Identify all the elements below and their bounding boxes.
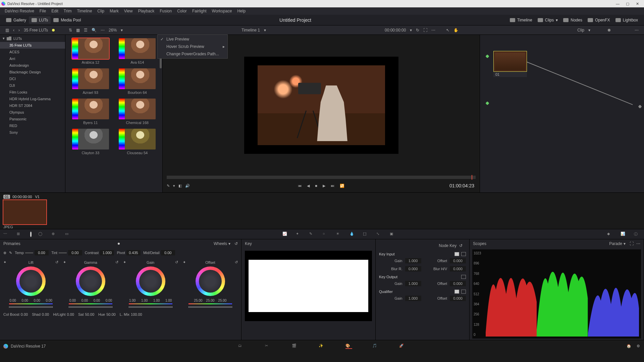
lut-tree-item[interactable]: Film Looks	[0, 89, 65, 96]
node[interactable]: 01	[493, 51, 527, 77]
sidebar-toggle-icon[interactable]: ▥	[3, 28, 11, 33]
nodes-options-icon[interactable]: ⋯	[633, 28, 641, 33]
clips-button[interactable]: Clips▾	[535, 16, 561, 24]
key-gain3[interactable]: 1.000	[405, 296, 421, 301]
chevron-down-icon[interactable]: ▾	[262, 28, 268, 33]
sat-value[interactable]: 50.00	[85, 312, 94, 316]
wheel-value[interactable]: 1.00	[152, 299, 162, 302]
hilight-value[interactable]: 0.00	[67, 312, 74, 316]
lut-item[interactable]: Arabica 12	[70, 38, 111, 64]
clip-dropdown[interactable]: Clip	[575, 28, 586, 33]
chevron-down-icon[interactable]: ▾	[228, 241, 230, 246]
prev-frame-button[interactable]: ◀	[307, 184, 310, 188]
blur-icon[interactable]: 💧	[350, 232, 356, 237]
grid-view-icon[interactable]: ▦	[74, 28, 82, 33]
key-gain1[interactable]: 1.000	[405, 258, 421, 263]
lut-tree-item[interactable]: 35 Free LUTs	[0, 42, 65, 49]
key-blurr[interactable]: 0.000	[405, 266, 421, 272]
viewer-scrubber[interactable]	[167, 176, 476, 179]
key-offset2[interactable]: 0.000	[450, 281, 466, 286]
middetail-value[interactable]: 0.00	[161, 250, 175, 255]
wheel-value[interactable]: 25.00	[205, 299, 215, 302]
viewer-options-icon[interactable]: ⋯	[429, 28, 437, 33]
target-icon[interactable]: ✦	[183, 260, 186, 264]
menu-hover-scrub[interactable]: Hover Scrub Preview▸	[158, 43, 227, 50]
chevron-down-icon[interactable]: ▾	[173, 184, 175, 188]
openfx-button[interactable]: OpenFX	[585, 16, 613, 24]
curves2-icon[interactable]: 📈	[282, 232, 289, 237]
chevron-down-icon[interactable]: ▾	[586, 28, 592, 33]
lut-tree-item[interactable]: ACES	[0, 49, 65, 55]
menu-change-path[interactable]: Change PowerGrades Path...	[158, 50, 227, 58]
3d-icon[interactable]: ▣	[390, 232, 396, 237]
wipe-icon[interactable]: ◧	[178, 184, 182, 188]
fusion-page-icon[interactable]: ✨	[319, 344, 325, 349]
target-icon[interactable]: ✦	[63, 260, 66, 264]
reset-icon[interactable]: ↺	[175, 260, 178, 264]
timeline-name[interactable]: Timeline 1	[239, 28, 262, 33]
media-pool-button[interactable]: Media Pool	[51, 16, 84, 24]
lut-tree-item[interactable]: DCI	[0, 75, 65, 82]
lut-tree-item[interactable]: Arri	[0, 55, 65, 62]
reset-icon[interactable]: ↺	[115, 260, 118, 264]
lut-tree-item[interactable]: RED	[0, 122, 65, 129]
luts-button[interactable]: LUTs	[29, 16, 51, 24]
wheel-value[interactable]: 1.00	[164, 299, 174, 302]
timeline-button[interactable]: Timeline	[507, 16, 535, 24]
lut-tree-item[interactable]: DJI	[0, 82, 65, 89]
master-wheel[interactable]	[189, 306, 232, 308]
windows-icon[interactable]: ○	[323, 232, 329, 237]
nav-fwd-icon[interactable]: ›	[16, 28, 22, 33]
menu-playback[interactable]: Playback	[135, 9, 157, 13]
qualifier2-icon[interactable]: ✎	[309, 232, 316, 237]
menu-mark[interactable]: Mark	[107, 9, 121, 13]
nav-back-icon[interactable]: ‹	[11, 28, 16, 33]
viewer-timecode[interactable]: 00:00:00:00	[383, 28, 408, 33]
lut-tree-item[interactable]: HDR Hybrid Log-Gamma	[0, 96, 65, 102]
cut-page-icon[interactable]: ✂	[265, 344, 272, 349]
wheel-value[interactable]: 0.00	[67, 299, 77, 302]
lmix-value[interactable]: 100.00	[131, 312, 142, 316]
expand-icon[interactable]: ⛶	[630, 241, 634, 246]
tracker-icon[interactable]: ☀	[336, 232, 343, 237]
invert-out-icon[interactable]	[461, 275, 466, 279]
media-page-icon[interactable]: 🗂	[238, 344, 245, 349]
master-wheel[interactable]	[129, 306, 172, 308]
warper-icon[interactable]: ⊞	[17, 232, 23, 237]
master-wheel[interactable]	[69, 306, 112, 308]
window-icon[interactable]: ◯	[38, 232, 45, 237]
picker-icon[interactable]: ✎	[9, 251, 12, 255]
warper2-icon[interactable]: ✦	[296, 232, 303, 237]
colboost-value[interactable]: 0.00	[21, 312, 28, 316]
target-icon[interactable]: ✦	[123, 260, 126, 264]
wheel-value[interactable]: 0.00	[32, 299, 42, 302]
lut-tree-item[interactable]: Sony	[0, 129, 65, 136]
scopes-icon[interactable]: 📊	[621, 232, 627, 237]
reset-icon[interactable]: ↺	[234, 241, 238, 246]
lut-tree-item[interactable]: Blackmagic Design	[0, 69, 65, 75]
color-wheel[interactable]	[136, 266, 165, 296]
hue-value[interactable]: 50.00	[106, 312, 116, 316]
lut-tree-item[interactable]: Olympus	[0, 109, 65, 116]
shad-value[interactable]: 0.00	[42, 312, 49, 316]
color-wheel[interactable]	[196, 266, 225, 296]
audio-icon[interactable]: 🔊	[185, 184, 190, 188]
menu-workspace[interactable]: Workspace	[209, 9, 235, 13]
key-offset1[interactable]: 0.000	[450, 258, 466, 263]
list-view-icon[interactable]: ☰	[82, 28, 90, 33]
lut-item[interactable]: Bourbon 64	[117, 68, 158, 95]
maximize-button[interactable]: ▢	[626, 2, 630, 6]
picker-icon[interactable]: ✎	[167, 184, 170, 188]
menu-edit[interactable]: Edit	[49, 9, 61, 13]
color-wheel[interactable]	[16, 266, 46, 296]
wheel-value[interactable]: 1.00	[127, 299, 138, 302]
tracking-icon[interactable]: ⊕	[52, 232, 58, 237]
wheel-value[interactable]: 25.00	[193, 299, 203, 302]
chevron-down-icon[interactable]: ▾	[624, 241, 626, 246]
menu-file[interactable]: File	[37, 9, 49, 13]
lut-tree-item[interactable]: Panasonic	[0, 116, 65, 122]
search-icon[interactable]: 🔍	[90, 28, 99, 33]
info-icon[interactable]: ⓘ	[634, 232, 641, 237]
chevron-down-icon[interactable]: ▾	[408, 28, 414, 33]
viewer-timecode[interactable]: 01:00:04:23	[449, 183, 474, 188]
